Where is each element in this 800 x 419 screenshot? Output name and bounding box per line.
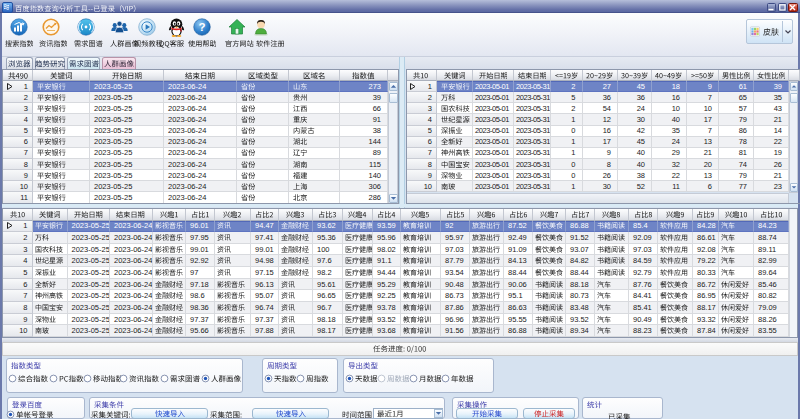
svg-text:?: ? [198, 21, 205, 33]
